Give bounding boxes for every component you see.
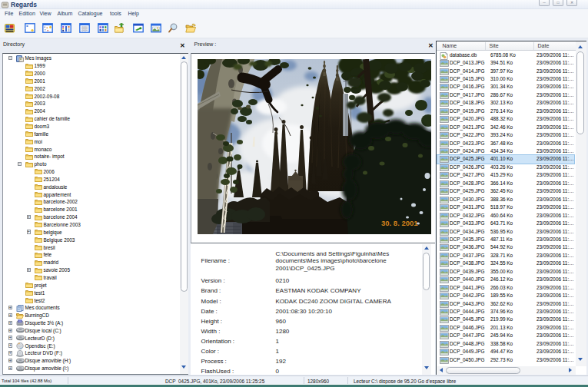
- svg-text:30. 8. 2001: 30. 8. 2001: [381, 219, 418, 227]
